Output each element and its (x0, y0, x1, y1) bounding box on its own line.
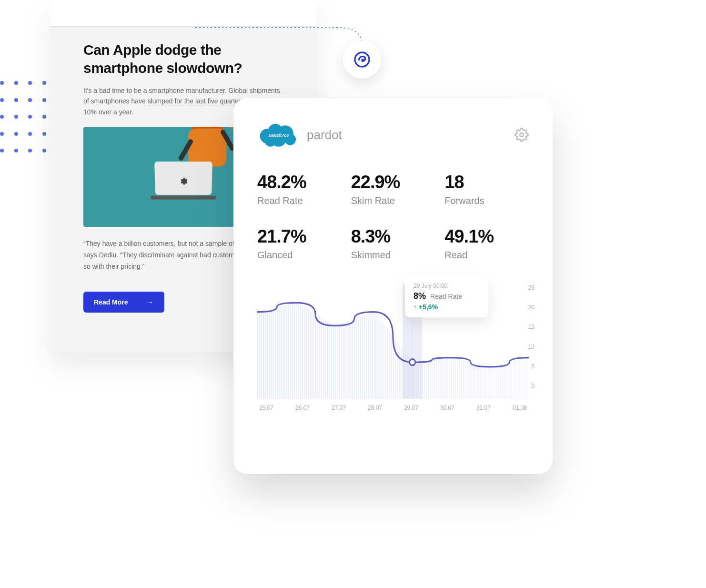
svg-rect-24 (282, 306, 283, 399)
svg-rect-53 (339, 324, 340, 399)
metric-read: 49.1% Read (444, 226, 529, 261)
svg-rect-47 (327, 321, 328, 399)
svg-rect-21 (277, 307, 278, 399)
svg-rect-69 (370, 313, 371, 399)
svg-rect-71 (373, 312, 374, 399)
svg-rect-104 (438, 359, 439, 399)
article-title: Can Apple dodge the smartphone slowdown? (83, 41, 283, 77)
metrics-grid: 48.2% Read Rate 22.9% Skim Rate 18 Forwa… (257, 172, 529, 261)
svg-rect-95 (420, 361, 421, 399)
svg-rect-70 (372, 313, 373, 399)
metric-label: Forwards (444, 195, 529, 206)
svg-rect-72 (375, 314, 376, 399)
svg-rect-46 (325, 320, 326, 399)
svg-rect-75 (382, 322, 383, 399)
svg-rect-67 (366, 314, 367, 399)
svg-rect-45 (323, 319, 324, 399)
tooltip-date: 29 July 00:00 (414, 283, 480, 289)
swirl-icon (353, 50, 372, 69)
dashboard-card: salesforce pardot 48.2% Read Rate 22.9% … (233, 98, 553, 474)
svg-rect-73 (377, 317, 378, 399)
svg-rect-31 (296, 303, 297, 399)
metric-label: Skim Rate (351, 195, 435, 206)
svg-rect-30 (294, 303, 295, 399)
svg-rect-15 (265, 310, 266, 399)
svg-rect-77 (385, 327, 386, 399)
svg-rect-42 (317, 315, 318, 399)
arrow-right-icon: → (147, 298, 154, 306)
metric-value: 48.2% (257, 172, 342, 193)
svg-rect-64 (360, 317, 361, 399)
svg-rect-80 (391, 335, 392, 399)
svg-rect-27 (288, 304, 289, 399)
svg-point-1 (362, 60, 363, 61)
svg-rect-125 (478, 364, 479, 399)
svg-rect-135 (498, 365, 499, 399)
svg-rect-85 (401, 347, 402, 399)
svg-rect-119 (467, 361, 468, 399)
read-more-button[interactable]: Read More → (83, 292, 164, 313)
svg-rect-142 (511, 362, 512, 399)
svg-rect-93 (416, 362, 417, 399)
svg-rect-132 (492, 366, 493, 399)
svg-rect-118 (465, 361, 466, 399)
svg-rect-96 (422, 361, 423, 399)
svg-rect-52 (337, 325, 338, 399)
svg-rect-23 (281, 306, 282, 399)
metric-value: 18 (444, 172, 529, 193)
svg-rect-60 (353, 319, 353, 399)
svg-rect-141 (509, 362, 510, 399)
svg-rect-83 (397, 342, 398, 399)
x-axis-labels: 25.07 26.07 27.07 28.07 29.07 30.07 31.0… (257, 401, 529, 411)
metric-value: 22.9% (351, 172, 435, 193)
svg-rect-101 (432, 360, 433, 399)
article-topbar (50, 0, 317, 27)
svg-rect-144 (515, 361, 516, 399)
svg-rect-54 (341, 324, 342, 399)
svg-rect-99 (428, 360, 429, 399)
metric-label: Read (444, 250, 529, 261)
svg-rect-147 (521, 359, 522, 399)
svg-rect-37 (308, 310, 309, 399)
product-label: pardot (307, 128, 342, 142)
svg-point-9 (520, 133, 524, 137)
svg-rect-87 (404, 352, 405, 399)
svg-rect-120 (469, 362, 470, 399)
decorative-dots (0, 81, 48, 157)
tooltip-value: 8% Read Rate (414, 291, 480, 301)
svg-rect-113 (455, 359, 456, 399)
svg-rect-68 (368, 314, 369, 399)
svg-rect-107 (444, 359, 444, 399)
svg-rect-12 (259, 312, 260, 399)
svg-rect-106 (442, 359, 443, 399)
brand: salesforce pardot (257, 121, 342, 149)
svg-rect-143 (513, 361, 514, 399)
svg-rect-146 (519, 360, 520, 399)
chart-area: 25 20 15 10 5 0 29 July 00:00 8% Read Ra… (257, 284, 529, 418)
svg-rect-103 (436, 359, 437, 399)
tooltip-delta: ↑ +5,6% (414, 303, 480, 311)
svg-rect-44 (321, 318, 322, 399)
svg-rect-50 (333, 324, 334, 399)
svg-rect-25 (284, 305, 285, 399)
svg-rect-127 (482, 365, 483, 399)
svg-rect-18 (271, 309, 272, 399)
svg-rect-110 (449, 358, 450, 399)
robot-illustration (155, 162, 212, 195)
svg-rect-122 (473, 363, 474, 399)
svg-rect-36 (306, 308, 307, 399)
svg-rect-35 (304, 307, 305, 399)
svg-rect-78 (387, 330, 388, 399)
article-intro-link[interactable]: slumped for the last five quarters (148, 97, 244, 105)
app-badge (343, 41, 381, 79)
svg-rect-65 (362, 316, 363, 399)
svg-rect-39 (312, 312, 313, 399)
svg-rect-116 (461, 360, 462, 399)
read-more-label: Read More (94, 298, 128, 306)
gear-icon[interactable] (514, 128, 529, 142)
metric-label: Glanced (257, 250, 342, 261)
svg-rect-128 (484, 365, 485, 399)
svg-rect-124 (476, 364, 477, 399)
metric-forwards: 18 Forwards (444, 172, 529, 206)
svg-rect-108 (445, 358, 446, 399)
